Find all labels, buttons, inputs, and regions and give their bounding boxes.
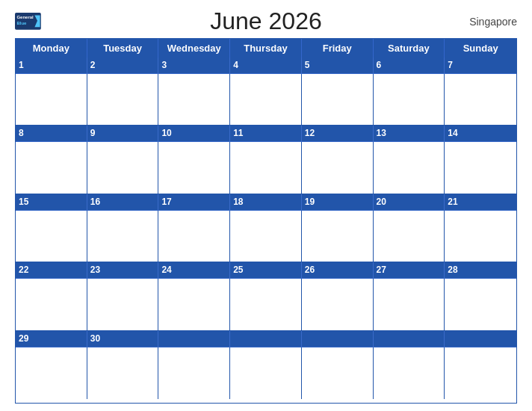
date-5: 5 [302,58,374,73]
cell-12 [302,142,374,193]
date-24: 24 [158,262,230,278]
logo-icon: General Blue [15,13,42,31]
date-11: 11 [230,126,302,141]
cell-14 [445,142,516,193]
cell-10 [158,142,230,193]
cell-29 [16,347,87,399]
calendar-body: 1 2 3 4 5 6 7 8 9 10 [16,58,516,399]
logo: General Blue [15,13,82,31]
days-header: Monday Tuesday Wednesday Thursday Friday… [16,39,516,58]
cell-3 [158,74,230,125]
date-4: 4 [230,58,302,73]
day-saturday: Saturday [374,39,445,58]
cell-empty-2 [230,347,302,399]
date-9: 9 [87,126,159,141]
date-empty-3 [302,331,374,347]
date-15: 15 [16,194,87,210]
svg-text:General: General [16,15,34,19]
cell-16 [87,211,159,262]
cell-20 [374,211,445,262]
week-row-2: 8 9 10 11 12 13 14 [16,126,516,194]
date-2: 2 [87,58,159,73]
cell-19 [302,211,374,262]
date-6: 6 [374,58,445,73]
date-29: 29 [16,331,87,347]
day-thursday: Thursday [230,39,302,58]
cell-23 [87,279,159,330]
week-1-content [16,74,516,126]
country-label: Singapore [450,16,517,28]
cell-2 [87,74,159,125]
cell-17 [158,211,230,262]
day-monday: Monday [16,39,87,58]
cell-27 [374,279,445,330]
date-27: 27 [374,262,445,278]
week-3-dates: 15 16 17 18 19 20 21 [16,194,516,211]
date-30: 30 [87,331,159,347]
date-empty-2 [230,331,302,347]
cell-7 [445,74,516,125]
cell-1 [16,74,87,125]
cell-21 [445,211,516,262]
calendar-title-area: June 2026 [82,7,450,35]
date-empty-5 [445,331,516,347]
week-1-dates: 1 2 3 4 5 6 7 [16,58,516,74]
svg-text:Blue: Blue [16,20,27,25]
week-row-1: 1 2 3 4 5 6 7 [16,58,516,126]
date-12: 12 [302,126,374,141]
cell-18 [230,211,302,262]
cell-empty-3 [302,347,374,399]
date-25: 25 [230,262,302,278]
date-22: 22 [16,262,87,278]
cell-4 [230,74,302,125]
date-7: 7 [445,58,516,73]
date-17: 17 [158,194,230,210]
cell-24 [158,279,230,330]
cell-empty-1 [158,347,230,399]
cell-empty-5 [445,347,516,399]
day-sunday: Sunday [445,39,516,58]
cell-empty-4 [374,347,445,399]
date-19: 19 [302,194,374,210]
cell-15 [16,211,87,262]
date-8: 8 [16,126,87,141]
week-4-dates: 22 23 24 25 26 27 28 [16,262,516,279]
cell-9 [87,142,159,193]
week-row-4: 22 23 24 25 26 27 28 [16,262,516,330]
date-18: 18 [230,194,302,210]
week-4-content [16,279,516,330]
cell-22 [16,279,87,330]
date-empty-1 [158,331,230,347]
cell-26 [302,279,374,330]
week-5-dates: 29 30 [16,331,516,347]
date-26: 26 [302,262,374,278]
cell-6 [374,74,445,125]
date-13: 13 [374,126,445,141]
month-year-title: June 2026 [82,7,450,35]
cell-13 [374,142,445,193]
calendar: Monday Tuesday Wednesday Thursday Friday… [15,38,517,404]
date-14: 14 [445,126,516,141]
date-23: 23 [87,262,159,278]
cell-30 [87,347,159,399]
cell-11 [230,142,302,193]
week-2-content [16,142,516,194]
cell-5 [302,74,374,125]
date-3: 3 [158,58,230,73]
date-1: 1 [16,58,87,73]
cell-25 [230,279,302,330]
day-friday: Friday [302,39,374,58]
date-20: 20 [374,194,445,210]
day-wednesday: Wednesday [158,39,230,58]
week-3-content [16,211,516,262]
week-5-content [16,347,516,399]
date-28: 28 [445,262,516,278]
date-16: 16 [87,194,159,210]
day-tuesday: Tuesday [87,39,159,58]
date-empty-4 [374,331,445,347]
week-row-3: 15 16 17 18 19 20 21 [16,194,516,262]
date-21: 21 [445,194,516,210]
week-row-5: 29 30 [16,331,516,399]
cell-28 [445,279,516,330]
cell-8 [16,142,87,193]
